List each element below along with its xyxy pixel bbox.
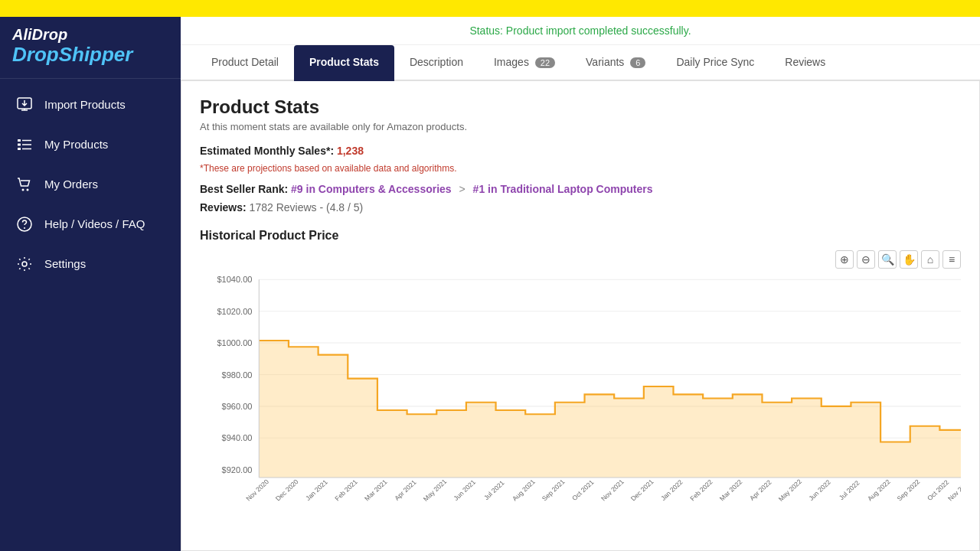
main-content: Status: Product import completed success… (181, 17, 980, 551)
svg-text:$940.00: $940.00 (222, 434, 253, 443)
sidebar-nav: Import Products My Products (0, 79, 181, 551)
estimated-sales-row: Estimated Monthly Sales*: 1,238 (200, 145, 961, 157)
sidebar-item-my-orders[interactable]: My Orders (0, 165, 181, 204)
page-subtitle: At this moment stats are available only … (200, 121, 961, 132)
reviews-label: Reviews: (200, 201, 247, 214)
svg-rect-2 (18, 143, 21, 145)
chart-section: Historical Product Price ⊕ ⊖ 🔍 ✋ ⌂ ≡ (200, 229, 961, 501)
variants-badge: 6 (630, 57, 645, 68)
bsr-value-2: #1 in Traditional Laptop Computers (473, 183, 653, 195)
bsr-value-1: #9 in Computers & Accessories (291, 183, 452, 195)
import-icon (15, 96, 34, 114)
svg-text:$1020.00: $1020.00 (217, 307, 252, 316)
svg-rect-3 (18, 148, 21, 150)
gear-icon (15, 255, 34, 273)
sidebar-item-label: Settings (44, 257, 86, 270)
svg-text:$1040.00: $1040.00 (217, 276, 252, 285)
sidebar-item-label: My Products (44, 138, 108, 151)
tab-images[interactable]: Images 22 (479, 45, 570, 81)
reviews-value: 1782 Reviews - (4.8 / 5) (250, 201, 364, 214)
tab-variants[interactable]: Variants 6 (570, 45, 661, 81)
images-badge: 22 (535, 57, 555, 68)
home-button[interactable]: ⌂ (921, 250, 939, 269)
menu-button[interactable]: ≡ (942, 250, 961, 269)
tab-description[interactable]: Description (394, 45, 479, 81)
reviews-row: Reviews: 1782 Reviews - (4.8 / 5) (200, 201, 961, 214)
svg-text:$1000.00: $1000.00 (217, 339, 252, 348)
logo: AliDrop DropShipper (0, 17, 181, 79)
svg-rect-1 (18, 139, 21, 142)
svg-point-10 (24, 227, 25, 229)
tab-daily-price-sync[interactable]: Daily Price Sync (661, 45, 769, 81)
price-chart: $1040.00 $1020.00 $1000.00 $980.00 $960.… (200, 272, 961, 501)
sidebar: AliDrop DropShipper Import Products (0, 17, 181, 551)
sidebar-item-label: Help / Videos / FAQ (44, 217, 145, 230)
svg-point-11 (22, 262, 27, 266)
chart-title: Historical Product Price (200, 229, 961, 243)
pan-button[interactable]: ✋ (900, 250, 918, 269)
list-icon (15, 135, 34, 154)
question-icon (15, 215, 34, 233)
tab-product-detail[interactable]: Product Detail (196, 45, 294, 81)
bsr-label: Best Seller Rank: (200, 183, 288, 195)
sales-note: *These are projections based on availabl… (200, 163, 961, 174)
svg-point-8 (27, 188, 29, 191)
chart-toolbar: ⊕ ⊖ 🔍 ✋ ⌂ ≡ (200, 250, 961, 269)
top-bar (0, 0, 980, 17)
logo-top: AliDrop (12, 26, 168, 44)
sidebar-item-help[interactable]: Help / Videos / FAQ (0, 204, 181, 244)
logo-bottom: DropShipper (12, 44, 168, 66)
sidebar-item-settings[interactable]: Settings (0, 244, 181, 284)
svg-text:$960.00: $960.00 (222, 402, 253, 411)
sidebar-item-label: Import Products (44, 98, 126, 111)
sidebar-item-label: My Orders (44, 178, 98, 191)
sidebar-item-import-products[interactable]: Import Products (0, 85, 181, 125)
bsr-arrow: > (459, 183, 466, 195)
tab-bar: Product Detail Product Stats Description… (181, 45, 980, 81)
svg-point-7 (22, 188, 24, 191)
tab-reviews[interactable]: Reviews (769, 45, 841, 81)
svg-text:$920.00: $920.00 (222, 465, 253, 474)
estimated-sales-value: 1,238 (337, 145, 364, 157)
cart-icon (15, 175, 34, 194)
page-title: Product Stats (200, 96, 961, 118)
bsr-row: Best Seller Rank: #9 in Computers & Acce… (200, 183, 961, 195)
sidebar-item-my-products[interactable]: My Products (0, 125, 181, 165)
chart-svg: $1040.00 $1020.00 $1000.00 $980.00 $960.… (200, 272, 961, 501)
zoom-in-button[interactable]: ⊕ (835, 250, 854, 269)
content-area: Product Stats At this moment stats are a… (181, 81, 980, 551)
svg-text:$980.00: $980.00 (222, 370, 253, 380)
zoom-out-button[interactable]: ⊖ (857, 250, 875, 269)
tab-product-stats[interactable]: Product Stats (294, 45, 394, 81)
zoom-rect-button[interactable]: 🔍 (878, 250, 897, 269)
status-message: Status: Product import completed success… (469, 24, 691, 37)
status-bar: Status: Product import completed success… (181, 17, 980, 45)
estimated-sales-label: Estimated Monthly Sales*: (200, 145, 334, 157)
